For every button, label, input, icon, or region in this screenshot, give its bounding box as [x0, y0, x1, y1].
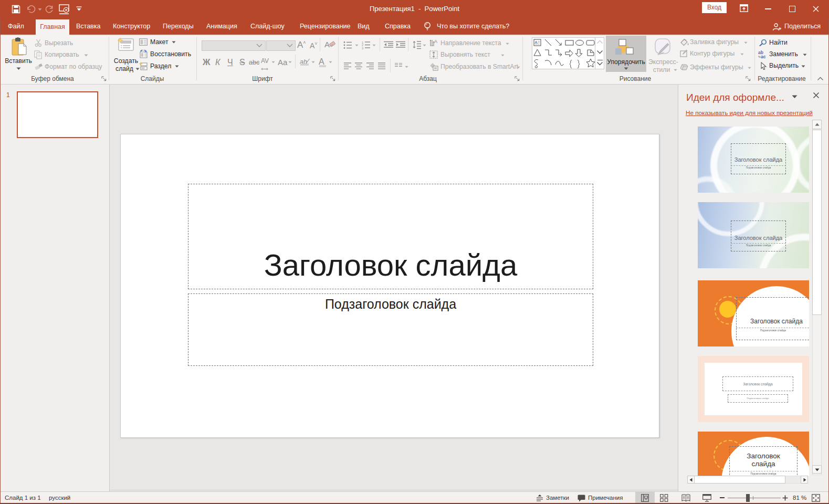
svg-text:А: А — [434, 39, 437, 44]
svg-text:А: А — [535, 40, 538, 45]
svg-text:ac: ac — [761, 54, 766, 59]
svg-text:3: 3 — [362, 47, 363, 50]
